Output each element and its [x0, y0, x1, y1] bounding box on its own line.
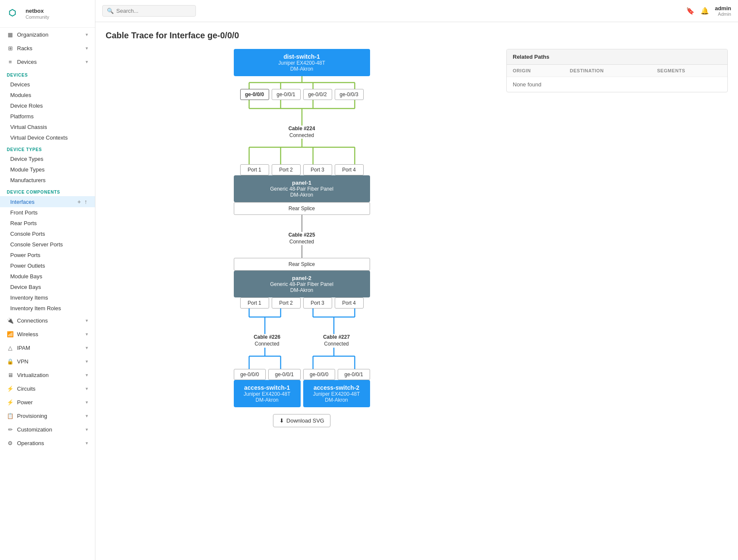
- nav-wireless-label: Wireless: [17, 331, 38, 337]
- rear-splice-1-box[interactable]: Rear Splice: [234, 202, 370, 215]
- panel2-port-4[interactable]: Port 4: [335, 297, 364, 309]
- sidebar-item-rear-ports[interactable]: Rear Ports: [0, 218, 95, 229]
- rear-splice-2-box[interactable]: Rear Splice: [234, 258, 370, 271]
- sidebar-item-virtual-chassis[interactable]: Virtual Chassis: [0, 122, 95, 132]
- sidebar-item-virtual-device-contexts[interactable]: Virtual Device Contexts: [0, 132, 95, 143]
- dist-switch-device-box[interactable]: dist-switch-1 Juniper EX4200-48T DM-Akro…: [234, 49, 370, 76]
- nav-ipam[interactable]: △ IPAM ▾: [0, 341, 95, 354]
- nav-power-label: Power: [17, 399, 33, 406]
- panel2-port-3[interactable]: Port 3: [303, 297, 332, 309]
- chevron-icon: ▾: [86, 331, 88, 337]
- access1-port-ge-0-0-0[interactable]: ge-0/0/0: [234, 369, 266, 380]
- netbox-logo-icon: ⬡ nb: [7, 6, 22, 21]
- access1-port-ge-0-0-1[interactable]: ge-0/0/1: [268, 369, 301, 380]
- panel2-port-2[interactable]: Port 2: [272, 297, 301, 309]
- panel-2-box[interactable]: panel-2 Generic 48-Pair Fiber Panel DM-A…: [234, 271, 370, 297]
- panel1-port-2[interactable]: Port 2: [272, 164, 301, 175]
- sidebar-item-platforms[interactable]: Platforms: [0, 111, 95, 122]
- panel1-port-3[interactable]: Port 3: [303, 164, 332, 175]
- sidebar-item-device-types[interactable]: Device Types: [0, 154, 95, 164]
- cable-227-label: Cable #227 Connected: [303, 334, 370, 347]
- port-ge-0-0-1[interactable]: ge-0/0/1: [272, 89, 301, 100]
- nav-wireless[interactable]: 📶 Wireless ▾: [0, 327, 95, 341]
- ports-to-cable224-connector: [230, 100, 374, 126]
- search-input[interactable]: [116, 8, 191, 14]
- nav-circuits[interactable]: ⚡ Circuits ▾: [0, 382, 95, 395]
- sidebar-item-inventory-items[interactable]: Inventory Items: [0, 292, 95, 303]
- devices-section-header: DEVICES: [0, 69, 95, 79]
- cable224-to-panel1ports-connector: [230, 139, 374, 164]
- bell-icon[interactable]: 🔔: [701, 7, 709, 15]
- sidebar-item-modules[interactable]: Modules: [0, 90, 95, 100]
- vpn-icon: 🔒: [7, 358, 14, 365]
- sidebar-item-interfaces[interactable]: Interfaces + ↑: [0, 196, 95, 207]
- nav-operations-label: Operations: [17, 440, 44, 446]
- access-switch-2-box[interactable]: access-switch-2 Juniper EX4200-48T DM-Ak…: [303, 380, 370, 407]
- connections-icon: 🔌: [7, 317, 14, 324]
- dist-switch-name: dist-switch-1: [241, 53, 363, 60]
- panel2-ports: Port 1 Port 2 Port 3 Port 4: [240, 297, 364, 309]
- nav-organization-label: Organization: [17, 31, 49, 38]
- cable-226-label: Cable #226 Connected: [234, 334, 301, 347]
- nav-vpn[interactable]: 🔒 VPN ▾: [0, 354, 95, 368]
- nav-virtualization[interactable]: 🖥 Virtualization ▾: [0, 368, 95, 382]
- nav-power[interactable]: ⚡ Power ▾: [0, 395, 95, 409]
- search-box[interactable]: 🔍: [102, 5, 196, 17]
- power-icon: ⚡: [7, 399, 14, 406]
- sidebar-item-device-roles[interactable]: Device Roles: [0, 100, 95, 111]
- access2-port-ge-0-0-0[interactable]: ge-0/0/0: [303, 369, 336, 380]
- panel-2-model: Generic 48-Pair Fiber Panel: [241, 281, 363, 287]
- sidebar-item-manufacturers[interactable]: Manufacturers: [0, 175, 95, 186]
- sidebar-item-power-ports[interactable]: Power Ports: [0, 250, 95, 260]
- nav-racks[interactable]: ⊞ Racks ▾: [0, 41, 95, 55]
- panel1-port-4[interactable]: Port 4: [335, 164, 364, 175]
- sidebar: ⬡ nb netbox Community ▦ Organization ▾ ⊞…: [0, 0, 95, 560]
- sidebar-item-device-bays[interactable]: Device Bays: [0, 282, 95, 292]
- nav-operations[interactable]: ⚙ Operations ▾: [0, 436, 95, 450]
- sidebar-item-module-bays[interactable]: Module Bays: [0, 271, 95, 282]
- device-types-section: DEVICE TYPES Device Types Module Types M…: [0, 143, 95, 186]
- table-row-empty: None found: [507, 77, 727, 92]
- topbar: 🔍 🔖 🔔 admin Admin: [95, 0, 738, 22]
- rack-icon: ⊞: [7, 45, 14, 51]
- svg-text:nb: nb: [10, 11, 14, 15]
- chevron-icon: ▾: [86, 427, 88, 432]
- related-paths-table: ORIGIN DESTINATION SEGMENTS None found: [507, 65, 727, 92]
- bookmark-icon[interactable]: 🔖: [686, 7, 695, 15]
- col-segments: SEGMENTS: [651, 65, 727, 77]
- port-ge-0-0-0[interactable]: ge-0/0/0: [240, 89, 269, 100]
- port-ge-0-0-2[interactable]: ge-0/0/2: [303, 89, 332, 100]
- sidebar-item-module-types[interactable]: Module Types: [0, 164, 95, 175]
- nav-connections[interactable]: 🔌 Connections ▾: [0, 314, 95, 327]
- upload-interface-icon[interactable]: ↑: [83, 198, 88, 205]
- chevron-icon: ▾: [86, 359, 88, 364]
- cable225-to-rearsplice2-connector: [230, 245, 374, 258]
- chevron-icon: ▾: [86, 440, 88, 446]
- customization-icon: ✏: [7, 426, 14, 433]
- add-interface-icon[interactable]: +: [77, 198, 82, 205]
- nav-provisioning[interactable]: 📋 Provisioning ▾: [0, 409, 95, 423]
- sidebar-item-power-outlets[interactable]: Power Outlets: [0, 260, 95, 271]
- user-role: Admin: [715, 11, 731, 17]
- related-paths-panel: Related Paths ORIGIN DESTINATION SEGMENT…: [506, 49, 728, 92]
- port-ge-0-0-3[interactable]: ge-0/0/3: [335, 89, 364, 100]
- sidebar-item-console-server-ports[interactable]: Console Server Ports: [0, 239, 95, 250]
- download-svg-button[interactable]: ⬇ Download SVG: [273, 414, 331, 427]
- access2-port-ge-0-0-1[interactable]: ge-0/0/1: [338, 369, 370, 380]
- user-menu[interactable]: admin Admin: [715, 5, 731, 17]
- dist-switch-ports: ge-0/0/0 ge-0/0/1 ge-0/0/2 ge-0/0/3: [240, 89, 364, 100]
- nav-organization[interactable]: ▦ Organization ▾: [0, 28, 95, 41]
- nav-customization[interactable]: ✏ Customization ▾: [0, 423, 95, 436]
- top-nav: ▦ Organization ▾ ⊞ Racks ▾ ≡ Devices ▾: [0, 28, 95, 69]
- sidebar-item-console-ports[interactable]: Console Ports: [0, 229, 95, 239]
- sidebar-item-inventory-item-roles[interactable]: Inventory Item Roles: [0, 303, 95, 314]
- app-community: Community: [26, 14, 49, 20]
- panel2-port-1[interactable]: Port 1: [240, 297, 269, 309]
- panel-1-box[interactable]: panel-1 Generic 48-Pair Fiber Panel DM-A…: [234, 175, 370, 202]
- nav-devices[interactable]: ≡ Devices ▾: [0, 55, 95, 69]
- nav-racks-label: Racks: [17, 45, 32, 51]
- panel1-port-1[interactable]: Port 1: [240, 164, 269, 175]
- sidebar-item-front-ports[interactable]: Front Ports: [0, 207, 95, 218]
- access-switch-1-box[interactable]: access-switch-1 Juniper EX4200-48T DM-Ak…: [234, 380, 301, 407]
- sidebar-item-devices[interactable]: Devices: [0, 79, 95, 90]
